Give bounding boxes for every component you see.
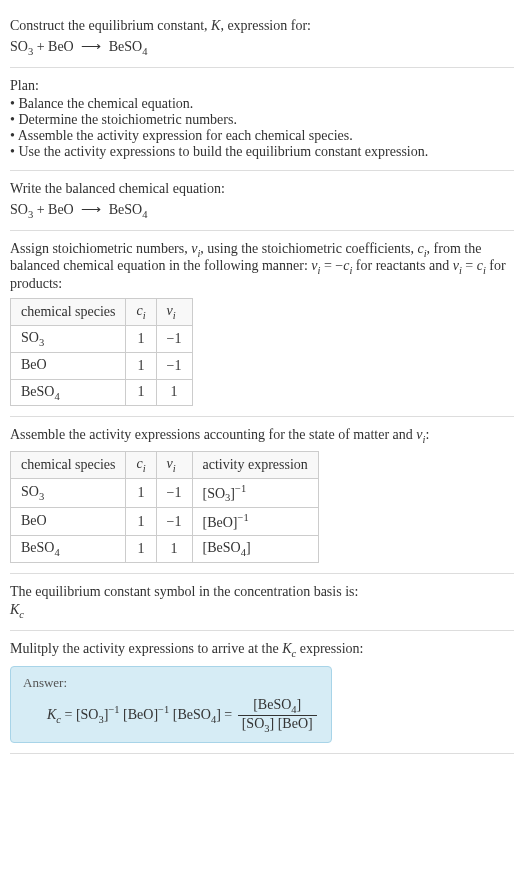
cell-nu: 1 <box>156 379 192 406</box>
balanced-title: Write the balanced chemical equation: <box>10 181 514 197</box>
table-row: BeSO4 1 1 [BeSO4] <box>11 536 319 563</box>
cell-species: SO3 <box>11 325 126 352</box>
cell-species: BeO <box>11 508 126 536</box>
header-section: Construct the equilibrium constant, K, e… <box>10 8 514 68</box>
fraction: [BeSO4][SO3] [BeO] <box>238 697 317 734</box>
cell-activity: [BeSO4] <box>192 536 318 563</box>
col-ci: ci <box>126 452 156 479</box>
stoich-table: chemical species ci νi SO3 1 −1 BeO 1 −1… <box>10 298 193 406</box>
cell-c: 1 <box>126 536 156 563</box>
reactant-1: SO3 <box>10 39 33 54</box>
reaction-arrow: ⟶ <box>81 38 101 55</box>
cell-species: BeSO4 <box>11 379 126 406</box>
col-activity: activity expression <box>192 452 318 479</box>
table-row: SO3 1 −1 <box>11 325 193 352</box>
answer-equation: Kc = [SO3]−1 [BeO]−1 [BeSO4] = [BeSO4][S… <box>23 697 319 734</box>
answer-box: Answer: Kc = [SO3]−1 [BeO]−1 [BeSO4] = [… <box>10 666 332 743</box>
cell-c: 1 <box>126 379 156 406</box>
plan-title: Plan: <box>10 78 514 94</box>
plan-item: Use the activity expressions to build th… <box>10 144 514 160</box>
plan-section: Plan: Balance the chemical equation. Det… <box>10 68 514 171</box>
term-3: [BeSO4] <box>173 707 221 722</box>
reactant-2: BeO <box>48 202 74 217</box>
fraction-numerator: [BeSO4] <box>238 697 317 716</box>
answer-label: Answer: <box>23 675 319 691</box>
plus: + <box>33 202 48 217</box>
symbol-title: The equilibrium constant symbol in the c… <box>10 584 514 600</box>
reaction-equation: SO3 + BeO ⟶ BeSO4 <box>10 38 514 57</box>
plan-item: Assemble the activity expression for eac… <box>10 128 514 144</box>
cell-activity: [SO3]−1 <box>192 478 318 507</box>
reaction-arrow: ⟶ <box>81 201 101 218</box>
table-header-row: chemical species ci νi activity expressi… <box>11 452 319 479</box>
cell-species: BeO <box>11 352 126 379</box>
fraction-denominator: [SO3] [BeO] <box>238 716 317 734</box>
table-row: BeO 1 −1 <box>11 352 193 379</box>
stoich-intro: Assign stoichiometric numbers, νi, using… <box>10 241 514 293</box>
cell-c: 1 <box>126 352 156 379</box>
kc-symbol: Kc <box>10 602 514 620</box>
plus: + <box>33 39 48 54</box>
col-species: chemical species <box>11 452 126 479</box>
multiply-intro: Mulitply the activity expressions to arr… <box>10 641 514 659</box>
cell-activity: [BeO]−1 <box>192 508 318 536</box>
symbol-section: The equilibrium constant symbol in the c… <box>10 574 514 631</box>
product-1: BeSO4 <box>109 39 148 54</box>
cell-c: 1 <box>126 325 156 352</box>
table-row: BeO 1 −1 [BeO]−1 <box>11 508 319 536</box>
cell-nu: −1 <box>156 478 192 507</box>
cell-nu: −1 <box>156 325 192 352</box>
col-nui: νi <box>156 299 192 326</box>
cell-species: BeSO4 <box>11 536 126 563</box>
table-row: BeSO4 1 1 <box>11 379 193 406</box>
col-nui: νi <box>156 452 192 479</box>
plan-item: Balance the chemical equation. <box>10 96 514 112</box>
cell-c: 1 <box>126 508 156 536</box>
table-row: SO3 1 −1 [SO3]−1 <box>11 478 319 507</box>
balanced-equation: SO3 + BeO ⟶ BeSO4 <box>10 201 514 220</box>
table-header-row: chemical species ci νi <box>11 299 193 326</box>
activity-section: Assemble the activity expressions accoun… <box>10 417 514 574</box>
cell-nu: −1 <box>156 508 192 536</box>
plan-item: Determine the stoichiometric numbers. <box>10 112 514 128</box>
stoich-section: Assign stoichiometric numbers, νi, using… <box>10 231 514 418</box>
reactant-2: BeO <box>48 39 74 54</box>
term-2: [BeO]−1 <box>123 707 169 722</box>
cell-c: 1 <box>126 478 156 507</box>
answer-section: Mulitply the activity expressions to arr… <box>10 631 514 754</box>
prompt-text: Construct the equilibrium constant, K, e… <box>10 18 514 34</box>
cell-species: SO3 <box>11 478 126 507</box>
prompt-symbol: K <box>211 18 220 33</box>
plan-list: Balance the chemical equation. Determine… <box>10 96 514 160</box>
col-ci: ci <box>126 299 156 326</box>
product-1: BeSO4 <box>109 202 148 217</box>
kc: Kc <box>47 707 61 722</box>
activity-intro: Assemble the activity expressions accoun… <box>10 427 514 445</box>
cell-nu: −1 <box>156 352 192 379</box>
term-1: [SO3]−1 <box>76 707 120 722</box>
prompt-suffix: , expression for: <box>220 18 311 33</box>
cell-nu: 1 <box>156 536 192 563</box>
prompt-prefix: Construct the equilibrium constant, <box>10 18 211 33</box>
col-species: chemical species <box>11 299 126 326</box>
balanced-section: Write the balanced chemical equation: SO… <box>10 171 514 231</box>
activity-table: chemical species ci νi activity expressi… <box>10 451 319 563</box>
reactant-1: SO3 <box>10 202 33 217</box>
